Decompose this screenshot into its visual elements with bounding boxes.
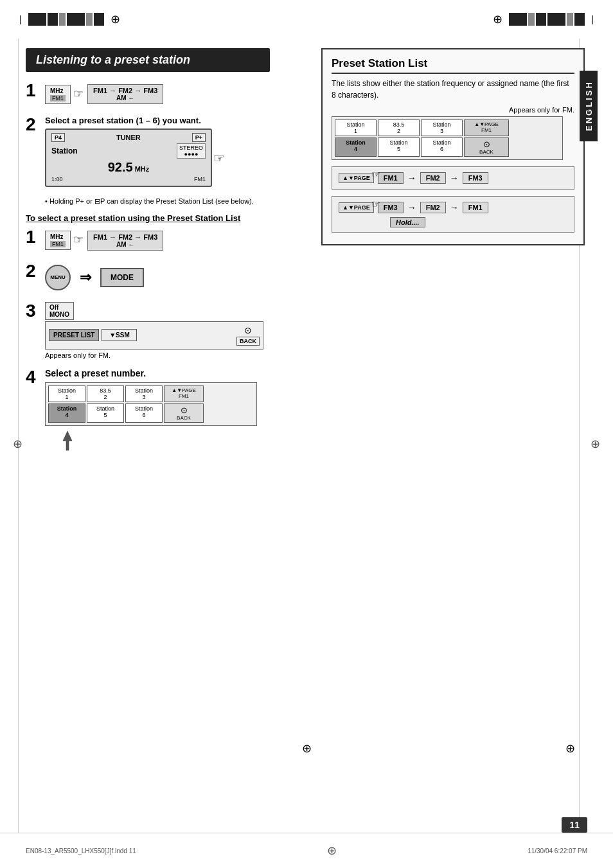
- step1b-fm-diagram: MHz FM1 ☞ FM1 → FM2 → FM3 AM ←: [45, 231, 292, 251]
- crosshair-right-body: ⊕: [591, 437, 600, 451]
- back-group: ⊙ BACK: [236, 325, 260, 346]
- back-circle-icon: ⊙: [244, 325, 252, 335]
- fm1-with-arrow: FM1 ☞: [378, 172, 404, 184]
- cursor-arrow: [58, 428, 292, 456]
- main-content: Listening to a preset station 1 MHz FM1 …: [0, 39, 613, 833]
- cursor-svg: [58, 428, 84, 454]
- step-4-content: Select a preset number. Station1 83.52 S…: [45, 368, 292, 456]
- step-2b-number: 2: [26, 262, 36, 280]
- left-border-line: [18, 39, 19, 833]
- stereo-indicator: STEREO●●●●: [177, 143, 206, 159]
- hand-fm1: ☞: [371, 168, 380, 181]
- crosshair-left: ⊕: [111, 12, 120, 26]
- fm-seq-top-b: FM1 → FM2 → FM3: [93, 233, 157, 241]
- ssm-btn: ▼SSM: [102, 329, 137, 341]
- fm3-backward: FM3: [378, 202, 404, 213]
- step-3-number: 3: [26, 302, 36, 320]
- right-column: Preset Station List The lists show eithe…: [308, 39, 598, 833]
- mhz-label: MHz: [50, 87, 64, 94]
- step-3-content: Off MONO PRESET LIST ▼SSM ⊙ BACK Appears…: [45, 302, 292, 359]
- r-cell-5: Station5: [378, 137, 420, 157]
- step-4-block: 4 Select a preset number. Station1 83.52…: [26, 368, 292, 456]
- fm3-forward: FM3: [463, 172, 488, 184]
- fm-backward-panel: ▲▼PAGE FM3 ☞ → FM2 → FM1 Hold....: [332, 196, 574, 233]
- step1-fm-diagram: MHz FM1 ☞ FM1 → FM2 → FM3 AM ←: [45, 84, 292, 104]
- bottom-bar: EN08-13_AR5500_LHX550[J]f.indd 11 ⊕ 11/3…: [0, 833, 613, 868]
- step-1b-content: MHz FM1 ☞ FM1 → FM2 → FM3 AM ←: [45, 231, 292, 251]
- arrow-fwd2: →: [450, 173, 459, 183]
- step4-cell-4-selected: Station4: [48, 403, 85, 423]
- step-1-number: 1: [26, 82, 36, 100]
- left-margin-mark: |: [19, 14, 22, 24]
- left-column: Listening to a preset station 1 MHz FM1 …: [0, 39, 308, 833]
- finger-arrow-svg: ☞: [73, 85, 85, 104]
- fm-forward-panel: ▲▼PAGE FM1 ☞ → FM2 → FM3: [332, 166, 574, 190]
- hand-fm3: ☞: [371, 198, 380, 210]
- crosshair-left-mid: ⊕: [302, 741, 312, 756]
- mhz-unit: MHz: [135, 165, 150, 173]
- tuner-top-row: P4 TUNER P+: [51, 133, 206, 142]
- crosshair-right-mid: ⊕: [565, 741, 575, 756]
- step-4-number: 4: [26, 368, 36, 386]
- fm-sequence-box: FM1 → FM2 → FM3 AM ←: [87, 84, 163, 104]
- step-1b-number: 1: [26, 228, 36, 246]
- preset-section-title: Preset Station List: [332, 57, 574, 74]
- bullet-note: • Holding P+ or ⊟P can display the Prese…: [45, 196, 292, 207]
- fm-forward-row: ▲▼PAGE FM1 ☞ → FM2 → FM3: [339, 172, 567, 184]
- right-margin-mark: |: [591, 14, 594, 24]
- date-info: 11/30/04 6:22:07 PM: [528, 847, 587, 855]
- mhz-box: MHz FM1: [45, 85, 71, 104]
- r-cell-6: Station6: [421, 137, 463, 157]
- preset-list-panel: PRESET LIST ▼SSM ⊙ BACK: [45, 321, 263, 350]
- step4-row2: Station4 Station5 Station6 ⊙ BACK: [48, 403, 254, 423]
- arrow-fwd1: →: [407, 173, 416, 183]
- fm2-forward: FM2: [420, 172, 446, 184]
- step-2-number: 2: [26, 116, 36, 134]
- bottom-crosshair: ⊕: [327, 844, 337, 858]
- step-1b-block: 1 MHz FM1 ☞ FM1 → FM2 → FM3 AM ←: [26, 228, 292, 253]
- top-stripes-right: [509, 13, 585, 26]
- step-2-content: Select a preset station (1 – 6) you want…: [45, 116, 292, 187]
- arrow-bwd2: →: [450, 202, 459, 213]
- step-2b-block: 2 MENU ⇒ MODE: [26, 262, 292, 293]
- step4-row1: Station1 83.52 Station3 ▲▼PAGEFM1: [48, 385, 254, 402]
- note-text: Holding P+ or ⊟P can display the Preset …: [49, 197, 254, 205]
- fm3-with-arrow: FM3 ☞: [378, 202, 404, 213]
- fm-sequence-box-b: FM1 → FM2 → FM3 AM ←: [87, 231, 163, 251]
- svg-text:☞: ☞: [73, 233, 84, 246]
- step4-cell-1: Station1: [48, 385, 85, 402]
- svg-marker-2: [63, 431, 72, 450]
- menu-button: MENU: [45, 265, 71, 290]
- fm-seq-bottom-b: AM ←: [93, 241, 157, 248]
- bullet-symbol: •: [45, 197, 48, 205]
- mhz-box-b: MHz FM1: [45, 231, 71, 250]
- r-cell-page: ▲▼PAGEFM1: [464, 120, 509, 136]
- section-title-box: Listening to a preset station: [26, 48, 270, 72]
- r-cell-1: Station1: [335, 120, 377, 136]
- station-label-display: Station: [51, 146, 78, 155]
- page-number-badge: 11: [562, 817, 587, 833]
- step-2b-content: MENU ⇒ MODE: [45, 265, 292, 290]
- sub-heading: To select a preset station using the Pre…: [26, 213, 292, 223]
- freq-value: 92.5: [108, 160, 133, 175]
- r-cell-3: Station3: [421, 120, 463, 136]
- preset-station-list-box: Preset Station List The lists show eithe…: [321, 48, 585, 245]
- fm1-bottom: FM1: [194, 176, 206, 182]
- top-stripes-left: [28, 13, 104, 26]
- time-label: 1:00: [51, 176, 63, 182]
- step2-text: Select a preset station (1 – 6) you want…: [45, 116, 292, 125]
- fm2-backward: FM2: [420, 202, 446, 213]
- step4-cell-5: Station5: [87, 403, 124, 423]
- tuner-mid-row: Station STEREO●●●●: [51, 143, 206, 159]
- step4-cell-2: 83.52: [87, 385, 124, 402]
- back-label: BACK: [236, 337, 260, 346]
- p4-label: P4: [51, 133, 65, 142]
- finger-arrow-svg-b: ☞: [73, 231, 85, 250]
- fm-only-note-step3: Appears only for FM.: [45, 351, 292, 359]
- top-bar: | ⊕ ⊕ |: [0, 0, 613, 39]
- hold-label-container: Hold....: [390, 217, 567, 227]
- right-top-grid: Station1 83.52 Station3 ▲▼PAGEFM1 Statio…: [332, 116, 563, 160]
- right-row2: Station4 Station5 Station6 ⊙ BACK: [335, 137, 560, 157]
- preset-list-btn: PRESET LIST: [49, 329, 99, 341]
- menu-mode-diagram: MENU ⇒ MODE: [45, 265, 292, 290]
